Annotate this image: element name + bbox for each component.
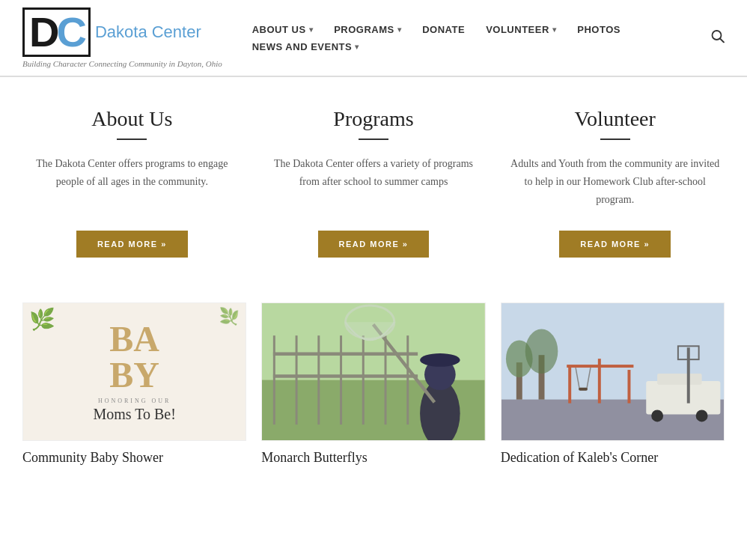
svg-rect-12 — [273, 375, 418, 378]
monarch-overlay — [262, 303, 484, 440]
about-us-card: About Us The Dakota Center offers progra… — [22, 107, 242, 258]
baby-shower-label: Community Baby Shower — [22, 450, 246, 466]
logo-d-letter: D — [29, 8, 56, 55]
svg-point-33 — [651, 410, 663, 422]
logo-area: DC Dakota Center Building Character Conn… — [22, 7, 222, 68]
nav-programs[interactable]: PROGRAMS ▾ — [334, 24, 401, 35]
svg-rect-26 — [627, 370, 630, 404]
search-icon[interactable] — [711, 29, 725, 46]
svg-rect-35 — [686, 348, 689, 404]
volunteer-title: Volunteer — [575, 107, 656, 131]
nav-about-us[interactable]: ABOUT US ▾ — [252, 24, 313, 35]
baby-script-text: Moms To Be! — [93, 406, 175, 423]
monarch-label: Monarch Butterflys — [261, 450, 485, 466]
svg-rect-7 — [340, 336, 342, 425]
programs-title: Programs — [333, 107, 413, 131]
logo-dc-block: DC — [22, 7, 91, 57]
svg-rect-8 — [362, 336, 365, 425]
nav-news-events[interactable]: NEWS AND EVENTS ▾ — [252, 41, 359, 52]
nav-container: ABOUT US ▾ PROGRAMS ▾ DONATE VOLUNTEER ▾… — [252, 24, 725, 52]
volunteer-card: Volunteer Adults and Youth from the comm… — [505, 107, 725, 258]
baby-shower-image: 🌿 🌿 BA BY HONORING OUR Moms To Be! — [22, 302, 246, 441]
main-content: About Us The Dakota Center offers progra… — [0, 77, 747, 488]
programs-read-more-button[interactable]: READ MORE » — [318, 231, 430, 258]
logo-tagline: Building Character Connecting Community … — [22, 59, 222, 68]
three-col-section: About Us The Dakota Center offers progra… — [22, 107, 725, 258]
svg-rect-24 — [568, 366, 571, 404]
nav-top: ABOUT US ▾ PROGRAMS ▾ DONATE VOLUNTEER ▾… — [252, 24, 725, 35]
volunteer-divider — [600, 139, 630, 140]
svg-rect-27 — [567, 365, 633, 368]
programs-chevron-icon: ▾ — [397, 25, 402, 34]
svg-line-1 — [720, 38, 724, 42]
svg-point-23 — [525, 329, 558, 374]
svg-rect-9 — [385, 336, 387, 425]
nav-photos[interactable]: PHOTOS — [577, 24, 621, 35]
monarch-image — [261, 302, 485, 441]
header: DC Dakota Center Building Character Conn… — [0, 0, 747, 76]
about-us-description: The Dakota Center offers programs to eng… — [22, 155, 242, 208]
volunteer-description: Adults and Youth from the community are … — [505, 155, 725, 208]
leaf-left-icon: 🌿 — [29, 307, 55, 332]
leaf-right-icon: 🌿 — [219, 307, 240, 326]
dedication-image — [501, 302, 725, 441]
logo-name-text: Dakota Center — [95, 24, 201, 40]
svg-rect-6 — [318, 336, 320, 425]
svg-rect-32 — [657, 374, 701, 385]
svg-rect-4 — [273, 336, 275, 425]
svg-rect-30 — [579, 388, 588, 391]
svg-rect-5 — [296, 336, 298, 425]
nav-volunteer[interactable]: VOLUNTEER ▾ — [486, 24, 556, 35]
volunteer-read-more-button[interactable]: READ MORE » — [559, 231, 671, 258]
programs-card: Programs The Dakota Center offers a vari… — [264, 107, 484, 258]
monarch-card[interactable]: Monarch Butterflys — [261, 302, 485, 466]
baby-by-text: BY — [109, 357, 159, 393]
svg-rect-31 — [646, 381, 720, 415]
news-events-chevron-icon: ▾ — [355, 43, 359, 51]
about-us-chevron-icon: ▾ — [309, 25, 314, 34]
baby-honoring-text: HONORING OUR — [98, 398, 171, 404]
svg-rect-10 — [407, 336, 409, 425]
nav-bottom: NEWS AND EVENTS ▾ — [252, 41, 725, 52]
dedication-label: Dedication of Kaleb's Corner — [501, 450, 725, 466]
baby-shower-card[interactable]: 🌿 🌿 BA BY HONORING OUR Moms To Be! Commu… — [22, 302, 246, 466]
volunteer-chevron-icon: ▾ — [552, 25, 557, 34]
dedication-card[interactable]: Dedication of Kaleb's Corner — [501, 302, 725, 466]
svg-point-34 — [695, 410, 707, 422]
logo-c-letter: C — [56, 8, 83, 55]
programs-divider — [359, 139, 388, 140]
about-us-read-more-button[interactable]: READ MORE » — [76, 231, 188, 258]
programs-description: The Dakota Center offers a variety of pr… — [264, 155, 484, 208]
about-us-divider — [117, 139, 147, 140]
cards-section: 🌿 🌿 BA BY HONORING OUR Moms To Be! Commu… — [22, 302, 725, 466]
about-us-title: About Us — [91, 107, 172, 131]
logo-main: DC Dakota Center — [22, 7, 222, 57]
nav-donate[interactable]: DONATE — [422, 24, 465, 35]
baby-ba-text: BA — [109, 321, 159, 357]
svg-point-15 — [420, 353, 460, 367]
